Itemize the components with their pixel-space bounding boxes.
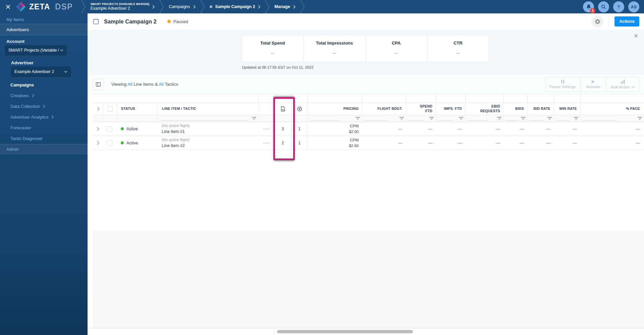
row-menu-icon[interactable] bbox=[263, 128, 269, 130]
sidebar-item-my-items[interactable]: My Items bbox=[6, 17, 24, 22]
tactic-target-icon[interactable] bbox=[297, 106, 302, 112]
advertiser-select[interactable]: Example Advertiser 2 bbox=[11, 67, 71, 77]
advertiser-select-value: Example Advertiser 2 bbox=[14, 69, 54, 74]
settings-button[interactable] bbox=[591, 15, 603, 27]
column-header-status[interactable]: STATUS bbox=[121, 107, 135, 111]
column-header-pace[interactable]: % PACE bbox=[626, 107, 640, 111]
bulk-actions-group: Pause Settings Activate Bulk Action bbox=[545, 77, 639, 91]
pause-settings-label: Pause Settings bbox=[550, 85, 576, 89]
user-avatar[interactable]: AS bbox=[628, 1, 639, 12]
filter-input-pace[interactable] bbox=[582, 120, 617, 121]
column-header-bid-rate[interactable]: BID RATE bbox=[534, 107, 550, 111]
sidebar-item-tactic-diagnoser[interactable]: Tactic Diagnoser bbox=[10, 136, 43, 141]
row-checkbox[interactable] bbox=[107, 126, 112, 132]
filter-icon[interactable] bbox=[547, 117, 552, 120]
avatar-initials: AS bbox=[631, 4, 637, 9]
column-header-line-item-tactic[interactable]: LINE ITEM / TACTIC bbox=[162, 107, 196, 111]
filter-icon[interactable] bbox=[497, 117, 501, 120]
filter-icon[interactable] bbox=[252, 117, 256, 120]
sidebar-item-campaigns[interactable]: Campaigns bbox=[10, 82, 34, 87]
chevron-down-icon bbox=[632, 86, 635, 88]
sidebar-item-admin[interactable]: Admin bbox=[0, 144, 88, 154]
all-tactics-link[interactable]: All bbox=[159, 82, 163, 87]
chevron-right-icon bbox=[43, 105, 45, 108]
activate-button[interactable]: Activate bbox=[580, 78, 606, 91]
row-line-item-name[interactable]: Line Item #2 bbox=[162, 143, 185, 149]
expand-row-chevron-icon[interactable] bbox=[95, 141, 99, 145]
breadcrumb-campaigns[interactable]: Campaigns bbox=[169, 4, 195, 9]
filter-icon[interactable] bbox=[399, 117, 404, 120]
frozen-columns-divider bbox=[274, 328, 274, 335]
expand-all-chevron-icon[interactable] bbox=[96, 107, 99, 111]
row-menu-icon[interactable] bbox=[263, 142, 269, 144]
select-all-checkbox[interactable] bbox=[107, 106, 113, 112]
close-nav-button[interactable] bbox=[0, 0, 15, 13]
breadcrumb-campaign[interactable]: Sample Campaign 2 bbox=[210, 4, 261, 9]
sidebar-item-creatives[interactable]: Creatives bbox=[10, 93, 34, 98]
filter-input-pricing[interactable] bbox=[310, 120, 339, 121]
row-line-item-name[interactable]: Line Item #1 bbox=[162, 129, 185, 135]
row-checkbox[interactable] bbox=[107, 140, 112, 146]
actions-button[interactable]: Actions bbox=[614, 16, 639, 26]
viewing-mid: Line Items & bbox=[132, 82, 159, 87]
filter-icon[interactable] bbox=[574, 117, 578, 120]
column-header-imps-ftd[interactable]: IMPS. FTD bbox=[444, 107, 462, 111]
row-spend-ftd: — bbox=[428, 141, 433, 145]
filter-input-bid-rate[interactable] bbox=[529, 120, 544, 121]
close-stats-button[interactable] bbox=[634, 34, 638, 38]
filter-input-bids[interactable] bbox=[505, 120, 519, 121]
chevron-down-icon bbox=[60, 49, 63, 52]
row-flight-bdgt: — bbox=[398, 127, 403, 131]
sidebar-item-forecaster[interactable]: Forecaster bbox=[10, 125, 31, 130]
chevron-down-icon bbox=[64, 71, 67, 73]
stat-cpa: CPA -- bbox=[365, 35, 427, 62]
table-footer-scroll-area bbox=[88, 328, 644, 335]
breadcrumb-advertiser[interactable]: SMART PROJECTS (VARIABLE MARGIN) Example… bbox=[91, 2, 155, 11]
filter-icon[interactable] bbox=[429, 117, 434, 120]
filter-icon[interactable] bbox=[521, 117, 525, 120]
row-win-rate: — bbox=[573, 141, 577, 145]
column-settings-button[interactable] bbox=[93, 79, 104, 90]
column-header-bids[interactable]: BIDS bbox=[515, 107, 524, 111]
column-header-spend-ftd[interactable]: SPEND FTD bbox=[413, 104, 432, 113]
notifications-button[interactable]: 1 bbox=[583, 1, 594, 12]
filter-input-line-item[interactable] bbox=[160, 120, 248, 121]
notification-badge: 1 bbox=[590, 8, 595, 13]
help-button[interactable]: ? bbox=[613, 1, 624, 12]
chevron-right-icon bbox=[293, 5, 296, 9]
stat-label: CPA bbox=[366, 41, 427, 46]
stats-card: Total Spend -- Total Impressions -- CPA … bbox=[241, 35, 489, 62]
viewing-suffix: Tactics bbox=[164, 82, 178, 87]
bulk-action-button[interactable]: Bulk Action bbox=[606, 78, 639, 91]
filter-input-spend-ftd[interactable] bbox=[408, 120, 424, 121]
filter-icon[interactable] bbox=[459, 117, 463, 120]
account-label: Account bbox=[6, 39, 24, 44]
search-button[interactable] bbox=[598, 1, 609, 12]
sidebar-item-label: Forecaster bbox=[10, 125, 31, 130]
column-header-ebid-requests[interactable]: EBID REQUESTS bbox=[473, 104, 500, 113]
breadcrumb-manage[interactable]: Manage bbox=[274, 4, 296, 9]
creatives-icon[interactable] bbox=[281, 106, 285, 112]
status-text: Paused bbox=[173, 19, 188, 24]
all-line-items-link[interactable]: All bbox=[127, 82, 132, 87]
row-flight-bdgt: — bbox=[398, 141, 403, 145]
column-header-win-rate[interactable]: WIN RATE bbox=[559, 107, 577, 111]
filter-icon[interactable] bbox=[638, 117, 642, 120]
horizontal-scrollbar[interactable] bbox=[277, 330, 413, 333]
expand-row-chevron-icon[interactable] bbox=[95, 127, 99, 131]
filter-input-imps-ftd[interactable] bbox=[438, 120, 454, 121]
column-header-pricing[interactable]: PRICING bbox=[343, 107, 359, 111]
filter-input-win-rate[interactable] bbox=[556, 120, 570, 121]
sidebar-item-advertisers[interactable]: Advertisers bbox=[0, 24, 88, 35]
breadcrumb-separator-icon bbox=[159, 0, 164, 13]
sidebar-item-data-collection[interactable]: Data Collection bbox=[10, 104, 45, 109]
sidebar-item-advertiser-analytics[interactable]: Advertiser Analytics bbox=[10, 115, 54, 120]
pause-settings-button[interactable]: Pause Settings bbox=[545, 78, 580, 91]
paused-status-dot bbox=[167, 20, 171, 23]
account-select[interactable]: SMART Projects (Variable M... bbox=[5, 45, 67, 55]
filter-icon[interactable] bbox=[356, 117, 360, 120]
brand-logo[interactable]: ZETA DSP bbox=[15, 1, 73, 12]
filter-input-flight-bdgt[interactable] bbox=[364, 120, 388, 121]
filter-input-ebid-requests[interactable] bbox=[467, 120, 488, 121]
column-header-flight-bdgt[interactable]: FLIGHT BDGT. bbox=[377, 107, 402, 111]
